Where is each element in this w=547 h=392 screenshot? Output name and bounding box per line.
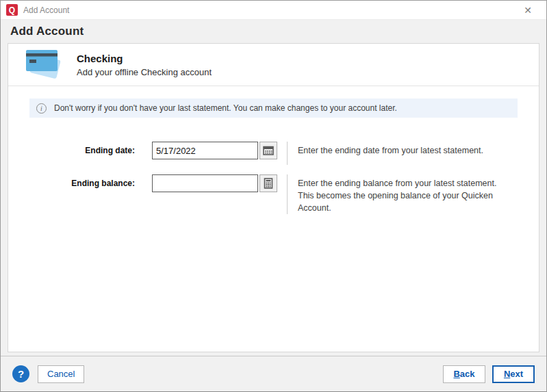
calendar-icon (263, 145, 274, 156)
footer-bar: ? Cancel Back Next (1, 356, 546, 391)
help-button[interactable]: ? (12, 365, 29, 382)
account-type-text: Checking Add your offline Checking accou… (77, 53, 212, 77)
quicken-logo-icon: Q (6, 4, 18, 16)
calculator-button[interactable] (259, 174, 277, 192)
info-icon: i (36, 103, 47, 114)
next-accel: N (504, 369, 510, 379)
titlebar: Q Add Account ✕ (1, 1, 546, 20)
credit-card-icon (23, 47, 62, 83)
content-panel: Checking Add your offline Checking accou… (8, 43, 539, 352)
back-button[interactable]: Back (443, 365, 485, 383)
ending-balance-helper: Enter the ending balance from your lates… (298, 174, 503, 214)
cancel-button[interactable]: Cancel (38, 365, 84, 383)
calendar-picker-button[interactable] (259, 142, 277, 159)
form-area: Ending date: Enter the end (8, 142, 539, 224)
next-rest: ext (510, 369, 523, 379)
helper-divider (287, 142, 288, 165)
page-title: Add Account (10, 25, 84, 38)
ending-balance-label: Ending balance: (8, 174, 135, 192)
account-type-header: Checking Add your offline Checking accou… (8, 44, 539, 86)
ending-balance-input[interactable] (152, 174, 258, 192)
info-banner-text: Don't worry if you don't have your last … (54, 103, 397, 113)
page-header: Add Account (1, 20, 546, 43)
next-button[interactable]: Next (492, 365, 535, 383)
ending-date-row: Ending date: Enter the end (8, 142, 539, 165)
window-title: Add Account (23, 5, 516, 15)
account-type-title: Checking (77, 53, 212, 64)
close-icon[interactable]: ✕ (516, 1, 539, 19)
add-account-dialog: Q Add Account ✕ Add Account Checking Add… (0, 0, 547, 392)
back-rest: ack (460, 369, 475, 379)
ending-date-input[interactable] (152, 142, 258, 159)
ending-balance-row: Ending balance: (8, 174, 539, 214)
account-type-subtitle: Add your offline Checking account (77, 67, 212, 77)
helper-divider (287, 174, 288, 214)
back-accel: B (453, 369, 459, 379)
info-banner: i Don't worry if you don't have your las… (29, 99, 518, 118)
ending-date-helper: Enter the ending date from your latest s… (298, 142, 483, 157)
ending-date-label: Ending date: (8, 142, 135, 159)
calculator-icon (263, 178, 274, 189)
main-area: Checking Add your offline Checking accou… (1, 43, 546, 356)
question-mark-icon: ? (18, 368, 24, 380)
